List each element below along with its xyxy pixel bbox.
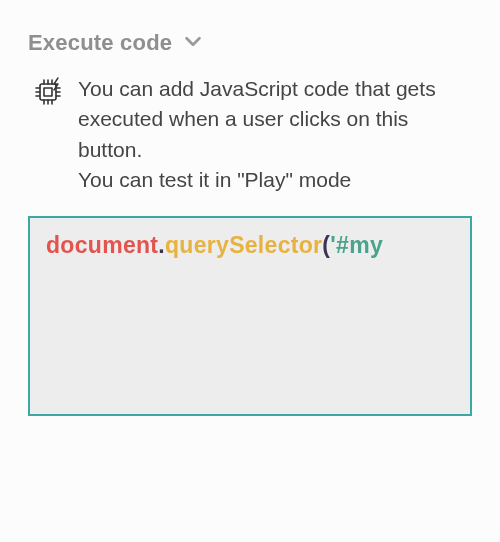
cpu-bolt-icon — [32, 74, 64, 112]
hint-row: You can add JavaScript code that gets ex… — [28, 74, 472, 196]
chevron-down-icon — [182, 30, 204, 56]
execute-code-header[interactable]: Execute code — [28, 30, 472, 56]
code-token-ident: document — [46, 232, 158, 258]
code-token-dot: . — [158, 232, 165, 258]
code-token-string: '#my — [330, 232, 383, 258]
code-editor[interactable]: document.querySelector('#my — [28, 216, 472, 416]
hint-line-1: You can add JavaScript code that gets ex… — [78, 77, 436, 161]
hint-text: You can add JavaScript code that gets ex… — [78, 74, 472, 196]
hint-line-2: You can test it in "Play" mode — [78, 168, 351, 191]
svg-rect-1 — [44, 88, 52, 96]
svg-rect-0 — [40, 84, 56, 100]
code-token-method: querySelector — [165, 232, 322, 258]
section-title: Execute code — [28, 30, 172, 56]
